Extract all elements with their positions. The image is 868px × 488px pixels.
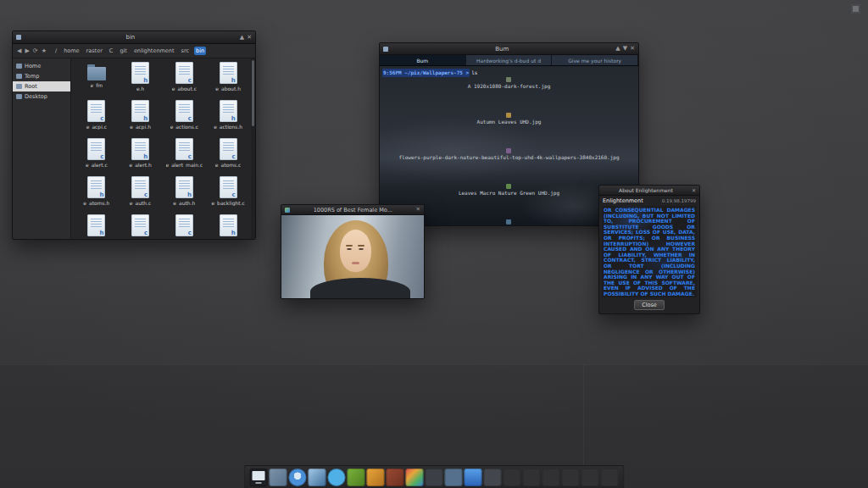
breadcrumb-item[interactable]: home xyxy=(62,47,81,55)
back-button[interactable]: ◀ xyxy=(17,47,21,54)
file-grid[interactable]: e_fm e.h e_about.c e_about.h e_acpi.c xyxy=(71,58,255,239)
sidebar-item[interactable]: Home xyxy=(13,61,70,71)
about-window[interactable]: About Enlightenment ✕ Enlightenment 0.19… xyxy=(598,185,700,314)
titlebar[interactable]: 1000RS of Best Female Mo... ✕ xyxy=(281,205,424,215)
file-manager-window[interactable]: bin ▲ ✕ ◀ ▶ ⟳ ★ /homerasterCgitenlighten… xyxy=(12,30,256,240)
file-item-e.h[interactable]: e.h xyxy=(119,62,163,97)
dock-icon-computer[interactable] xyxy=(250,469,268,486)
breadcrumb-item[interactable]: src xyxy=(180,47,192,55)
file-item-e_bg.c[interactable]: e_bg.c xyxy=(163,214,207,239)
file-name: e_alert.h xyxy=(129,162,151,168)
file-name: e_fm xyxy=(91,82,103,88)
file-item-e_backlight_ma[interactable]: e_backlight_ma xyxy=(119,214,163,239)
dock-icon-music[interactable] xyxy=(445,469,463,486)
titlebar[interactable]: bin ▲ ✕ xyxy=(13,31,255,44)
file-icon xyxy=(220,62,237,84)
dock-icon-slot[interactable] xyxy=(601,469,619,486)
photo-brow xyxy=(346,245,353,247)
favorites-button[interactable]: ★ xyxy=(42,47,47,54)
image-viewer-window[interactable]: 1000RS of Best Female Mo... ✕ xyxy=(281,204,425,299)
close-button[interactable]: ✕ xyxy=(416,207,420,213)
dock xyxy=(244,465,625,488)
close-button[interactable]: ✕ xyxy=(630,46,635,52)
close-button[interactable]: ✕ xyxy=(692,188,696,193)
file-item-e_fm[interactable]: e_fm xyxy=(75,62,119,97)
maximize-button[interactable]: ▲ xyxy=(240,35,244,41)
photo-eye xyxy=(359,248,364,250)
close-button[interactable]: ✕ xyxy=(247,35,252,41)
file-icon xyxy=(131,100,149,122)
scrollbar-thumb[interactable] xyxy=(252,60,254,126)
breadcrumb-item[interactable]: git xyxy=(118,47,128,55)
app-name: Enlightenment xyxy=(603,197,643,204)
dock-icon-video[interactable] xyxy=(426,469,443,486)
titlebar[interactable]: About Enlightenment ✕ xyxy=(599,186,699,196)
file-name: e_auth.h xyxy=(173,200,195,206)
breadcrumb-item[interactable]: C xyxy=(108,47,115,55)
file-item-e_auth.c[interactable]: e_auth.c xyxy=(119,176,163,212)
shade-up-button[interactable]: ▲ xyxy=(615,46,620,52)
dock-icon-slot[interactable] xyxy=(542,469,560,486)
breadcrumb-item[interactable]: raster xyxy=(85,47,104,55)
sidebar-item[interactable]: Desktop xyxy=(13,92,70,102)
file-item-e_atoms.c[interactable]: e_atoms.c xyxy=(206,138,250,174)
dock-icon-dev-tool[interactable] xyxy=(348,469,365,486)
dock-icon-utility[interactable] xyxy=(484,469,502,486)
file-item-e_bg.h[interactable]: e_bg.h xyxy=(206,214,250,239)
file-name: e_atoms.h xyxy=(83,200,109,206)
file-item-e_about.h[interactable]: e_about.h xyxy=(206,62,250,97)
systray-icon[interactable] xyxy=(851,4,860,14)
sidebar-item[interactable]: Root xyxy=(13,81,70,92)
dock-icon-slot[interactable] xyxy=(581,469,599,486)
dock-icon-files[interactable] xyxy=(270,469,287,486)
file-item-e_backlight.c[interactable]: e_backlight.c xyxy=(206,176,250,212)
desktop[interactable]: bin ▲ ✕ ◀ ▶ ⟳ ★ /homerasterCgitenlighten… xyxy=(0,0,868,488)
dock-icon-slot[interactable] xyxy=(562,469,580,486)
sidebar-item[interactable]: Temp xyxy=(13,71,70,81)
terminal-tab[interactable]: Give me your history xyxy=(552,55,638,65)
dock-icon-photos[interactable] xyxy=(406,469,424,486)
breadcrumb-item[interactable]: enlightenment xyxy=(132,47,176,55)
terminal-line: flowers-purple-dark-nature-beautiful-top… xyxy=(382,148,636,184)
file-item-e_alert.c[interactable]: e_alert.c xyxy=(75,138,119,174)
filename-text: Autumn Leaves UHD.jpg xyxy=(477,118,542,126)
file-item-e_alert.h[interactable]: e_alert.h xyxy=(119,138,163,174)
file-item-e_actions.h[interactable]: e_actions.h xyxy=(206,100,250,136)
file-name: e_acpi.c xyxy=(86,124,107,130)
dock-icon-gimp[interactable] xyxy=(387,469,404,486)
titlebar[interactable]: Bum ▲ ▼ ✕ xyxy=(380,43,638,55)
file-item-e_about.c[interactable]: e_about.c xyxy=(163,62,207,97)
place-label: Temp xyxy=(25,73,39,80)
file-name: e_auth.c xyxy=(130,200,152,206)
photo-shoulders xyxy=(310,278,410,298)
dock-icon-car-app[interactable] xyxy=(465,469,482,486)
file-item-e_atoms.h[interactable]: e_atoms.h xyxy=(75,176,119,212)
scrollbar[interactable] xyxy=(251,58,255,239)
dock-icon-terminal[interactable] xyxy=(309,469,326,486)
breadcrumb-item[interactable]: / xyxy=(53,47,58,55)
close-dialog-button[interactable]: Close xyxy=(634,300,665,310)
dock-icon-browser[interactable] xyxy=(289,469,307,486)
file-item-e_alert_main.c[interactable]: e_alert_main.c xyxy=(163,138,207,174)
shade-down-button[interactable]: ▼ xyxy=(623,46,627,52)
file-icon xyxy=(175,100,193,122)
dock-icon-image-tool[interactable] xyxy=(367,469,385,486)
filename-text: A 1920x1080-dark-forest.jpg xyxy=(468,82,551,91)
dock-icon-telegram[interactable] xyxy=(328,469,346,486)
file-icon xyxy=(131,138,149,160)
refresh-button[interactable]: ⟳ xyxy=(33,47,38,54)
file-icon xyxy=(131,62,149,84)
dock-icon-slot[interactable] xyxy=(504,469,521,486)
breadcrumb-item[interactable]: bin xyxy=(194,47,206,55)
file-icon xyxy=(131,214,149,236)
file-item-e_acpi.c[interactable]: e_acpi.c xyxy=(75,100,119,136)
terminal-tab[interactable]: Hardworking's d-bud ut d xyxy=(466,55,553,65)
file-item-e_auth.h[interactable]: e_auth.h xyxy=(163,176,207,212)
file-item-e_acpi.h[interactable]: e_acpi.h xyxy=(119,100,163,136)
photo-eye xyxy=(347,248,352,250)
dock-icon-slot[interactable] xyxy=(523,469,541,486)
file-item-e_backlight.h[interactable]: e_backlight.h xyxy=(75,214,119,239)
file-item-e_actions.c[interactable]: e_actions.c xyxy=(163,100,207,136)
terminal-tab[interactable]: Bum xyxy=(380,55,466,65)
forward-button[interactable]: ▶ xyxy=(25,47,29,54)
